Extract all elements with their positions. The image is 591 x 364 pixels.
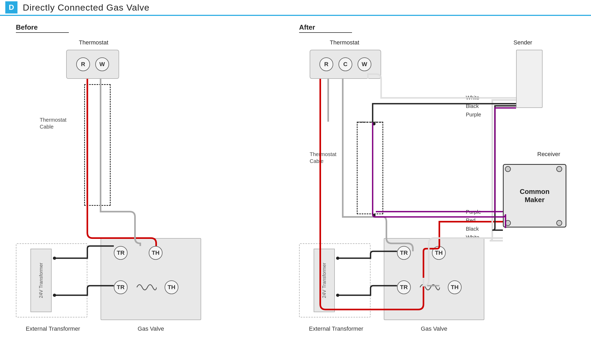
- after-cable-label: ThermostatCable: [310, 151, 336, 165]
- after-ext-trans-bottom-label: External Transformer: [299, 325, 373, 332]
- after-coil-svg: [419, 280, 440, 294]
- after-ext-trans-box: [299, 243, 371, 317]
- after-terminal-R: R: [319, 57, 333, 71]
- wire-label-white: White: [466, 95, 479, 101]
- before-cable-box: [84, 84, 111, 206]
- receiver-screw-bl: [505, 220, 511, 226]
- after-receiver-box: Common Maker: [503, 164, 566, 228]
- before-cable-label: ThermostatCable: [40, 116, 66, 130]
- after-terminal-C: C: [339, 57, 352, 71]
- before-gasvalve-bottom-label: Gas Valve: [101, 325, 201, 332]
- after-underline: [299, 32, 352, 33]
- receiver-screw-tr: [556, 166, 562, 172]
- after-gv-TR2: TR: [397, 280, 411, 294]
- after-dot-bottom: [372, 214, 376, 217]
- before-transformer-rect: 24V Transformer: [30, 249, 52, 312]
- receiver-screw-tl: [505, 166, 511, 172]
- after-gv-top-row: TR TH: [397, 246, 446, 260]
- wire-label-black-rcv: Black: [466, 226, 479, 232]
- after-receiver-section-label: Receiver: [537, 151, 560, 158]
- before-underline: [16, 32, 69, 33]
- before-coil-svg: [136, 280, 157, 294]
- after-gv-TR1: TR: [397, 246, 411, 260]
- before-dot-bottom: [53, 294, 56, 297]
- wire-label-black: Black: [466, 103, 479, 109]
- after-dot-trans-bottom: [336, 294, 339, 297]
- after-gv-bottom-row: TR TH: [397, 280, 462, 294]
- before-dot-top: [53, 257, 56, 260]
- wire-label-purple: Purple: [466, 112, 481, 118]
- after-sender-label: Sender: [513, 39, 532, 46]
- before-terminals-row: R W: [76, 57, 109, 71]
- after-gasvalve-bottom-label: Gas Valve: [384, 325, 484, 332]
- wire-label-red-rcv: Red: [466, 217, 476, 224]
- before-gv-TH1: TH: [149, 246, 163, 260]
- after-dot-trans-top: [336, 257, 339, 260]
- before-ext-trans-box: [16, 243, 87, 317]
- section-badge: D: [5, 1, 17, 13]
- after-terminal-W: W: [358, 57, 371, 71]
- after-receiver-text: Common Maker: [519, 188, 550, 204]
- after-sender-box: [516, 50, 543, 108]
- before-gv-bottom-row: TR TH: [114, 280, 178, 294]
- page-title: Directly Connected Gas Valve: [23, 2, 150, 13]
- after-gv-TH2: TH: [448, 280, 462, 294]
- after-terminals-row: R C W: [319, 57, 371, 71]
- header: D Directly Connected Gas Valve: [0, 0, 591, 16]
- after-cable-box: [357, 122, 383, 214]
- after-thermostat-box: R C W: [310, 50, 381, 79]
- before-gv-TR2: TR: [114, 280, 128, 294]
- before-gv-TH2: TH: [165, 280, 178, 294]
- before-terminal-R: R: [76, 57, 90, 71]
- before-label: Before: [16, 23, 38, 31]
- before-transformer-text: 24V Transformer: [38, 263, 44, 298]
- after-thermostat-label: Thermostat: [330, 39, 359, 46]
- before-terminal-W: W: [95, 57, 109, 71]
- after-gv-TH1: TH: [432, 246, 446, 260]
- before-thermostat-label: Thermostat: [79, 39, 108, 46]
- receiver-screw-br: [556, 220, 562, 226]
- before-gv-top-row: TR TH: [114, 246, 163, 260]
- after-transformer-text: 24V Transformer: [322, 263, 327, 298]
- before-thermostat-box: R W: [66, 50, 119, 79]
- before-gv-TR1: TR: [114, 246, 128, 260]
- wire-label-purple-rcv: Purple: [466, 209, 481, 215]
- after-transformer-rect: 24V Transformer: [314, 249, 335, 312]
- after-label: After: [299, 23, 315, 31]
- after-dot-top: [372, 122, 376, 125]
- before-ext-trans-bottom-label: External Transformer: [16, 325, 90, 332]
